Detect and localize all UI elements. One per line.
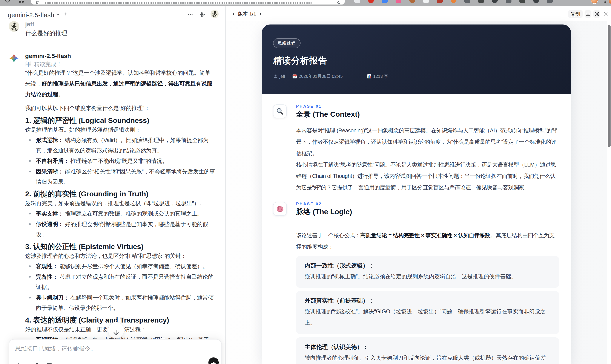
chat-input-toolbar	[15, 361, 58, 364]
assistant-paragraph: “什么是好的推理？”这是一个涉及逻辑学、认知科学和哲学核心的问题。简单来说，好的…	[25, 67, 215, 100]
extension-icon[interactable]	[437, 0, 443, 3]
close-panel-icon[interactable]	[602, 10, 609, 18]
dimension-card: 主体伦理（认识美德）：转向推理者的心理特征。引入奥卡姆剃刀和反向论证，旨在克服人…	[296, 337, 559, 364]
assistant-list: 事实支撑： 推理建立在可靠的数据、准确的观测或公认的真理之上。假设透明： 好的推…	[25, 208, 215, 240]
card-title: 外部真实性（前提基础）：	[305, 297, 551, 304]
browser-corner-avatar[interactable]	[609, 0, 611, 4]
conversation-title[interactable]: gemini-2.5-flash	[8, 11, 54, 19]
assistant-heading: 2. 前提的真实性 (Grounding in Truth)	[25, 189, 215, 198]
chevron-down-icon[interactable]	[56, 13, 60, 16]
extension-icon[interactable]	[547, 0, 553, 3]
extension-icon[interactable]	[464, 0, 470, 3]
assistant-list-item: 因果清晰： 能准确区分“相关性”和“因果关系”，不会轻率地将先后发生的事情归为因…	[25, 166, 215, 187]
chat-header: gemini-2.5-flash	[0, 6, 225, 23]
artifact-scrollbar[interactable]	[607, 21, 611, 364]
page-icon	[36, 1, 40, 4]
report-meta: jeff 17 2026年01月08日 02:45 1213 字	[273, 74, 560, 79]
extension-icon[interactable]	[409, 0, 415, 3]
scrollbar-thumb[interactable]	[608, 25, 611, 147]
assistant-paragraph: 逻辑再完美，如果前提是错误的，推理也是垃圾（即“垃圾进，垃圾出”）。	[25, 198, 215, 209]
extension-icon[interactable]	[519, 0, 525, 3]
artifact-panel: 版本 1/1 复制 思维过程 精读分析报告	[226, 6, 611, 364]
attach-plus-icon[interactable]	[15, 362, 22, 364]
phase-title: 脉络 (The Logic)	[296, 207, 559, 216]
phase-section: PHASE 01全景 (The Context)本内容是对“推理 (Reason…	[273, 104, 560, 193]
assistant-name: gemini-2.5-flash	[25, 52, 222, 60]
chat-settings-icon[interactable]	[200, 12, 205, 17]
browser-address-bar[interactable]	[31, 0, 345, 4]
extension-icon[interactable]	[382, 0, 388, 3]
scroll-to-bottom-button[interactable]	[108, 322, 124, 338]
assistant-list-item: 事实支撑： 推理建立在可靠的数据、准确的观测或公认的真理之上。	[25, 208, 215, 219]
person-icon	[273, 74, 278, 79]
extension-icon[interactable]	[533, 0, 539, 3]
browser-menu-icon[interactable]	[603, 0, 607, 3]
bookmark-star-icon[interactable]	[337, 1, 341, 5]
report-badge: 思维过程	[273, 38, 301, 48]
extension-icon[interactable]	[396, 0, 401, 3]
phase-paragraph: 该论述基于一个核心公式：高质量结论 = 结构完整性 × 事实准确性 × 认知自律…	[296, 230, 559, 252]
browser-chrome	[0, 0, 611, 6]
download-button[interactable]	[584, 10, 591, 18]
assistant-list-item: 不自相矛盾： 推理链条中不能出现“既是又非”的情况。	[25, 156, 215, 166]
extension-icon[interactable]	[368, 0, 374, 3]
assistant-message: gemini-2.5-flash 精读完成！ “什么是好的推理？”这是一个涉及逻…	[3, 52, 222, 355]
extension-icon[interactable]	[478, 0, 484, 3]
new-topic-button[interactable]	[64, 12, 67, 16]
phase-main: PHASE 02脉络 (The Logic)该论述基于一个核心公式：高质量结论 …	[296, 201, 559, 364]
phase-cards: 内部一致性（形式逻辑）：强调推理的“机械正确”。结论必须在给定的规则系统内逻辑自…	[296, 256, 559, 364]
assistant-list-item: 形式逻辑： 结构必须有效（Valid）。比如演绎推理中，如果前提全部为真，那么通…	[25, 135, 215, 156]
version-next-icon[interactable]	[259, 12, 262, 16]
user-message-author: jeff	[25, 21, 222, 28]
extension-icon[interactable]	[451, 0, 456, 3]
card-body: 转向推理者的心理特征。引入奥卡姆剃刀和反向论证，旨在克服人类（或机器）天然存在的…	[305, 352, 551, 364]
voice-input-button[interactable]	[208, 357, 219, 364]
book-icon	[25, 61, 32, 67]
toolbar-divider	[28, 362, 28, 364]
assistant-status: 精读完成！	[25, 61, 222, 68]
version-nav: 版本 1/1	[232, 10, 262, 18]
extension-icon[interactable]	[506, 0, 511, 3]
dimension-card: 内部一致性（形式逻辑）：强调推理的“机械正确”。结论必须在给定的规则系统内逻辑自…	[296, 256, 559, 288]
phase-lead: 该论述基于一个核心公式：高质量结论 = 结构完整性 × 事实准确性 × 认知自律…	[296, 230, 559, 252]
extension-icon[interactable]	[492, 0, 498, 3]
phase-title: 全景 (The Context)	[296, 109, 559, 119]
phase-paragraph: 本内容是对“推理 (Reasoning)”这一抽象概念的高层建模。在知识爆炸与人…	[296, 125, 559, 159]
version-prev-icon[interactable]	[232, 12, 235, 16]
skills-icon[interactable]	[33, 362, 41, 364]
user-avatar[interactable]	[211, 10, 219, 18]
browser-tabgroups-icon[interactable]	[18, 0, 25, 3]
card-body: 强调推理的“机械正确”。结论必须在给定的规则系统内逻辑自洽，这是推理的硬件基础。	[305, 271, 551, 282]
extension-icon[interactable]	[423, 0, 429, 3]
report-author: jeff	[273, 74, 285, 79]
svg-text:17: 17	[294, 76, 296, 78]
address-url-text	[45, 2, 312, 4]
phase-kicker: PHASE 01	[296, 104, 559, 109]
phase-kicker: PHASE 02	[296, 201, 559, 206]
chat-panel: gemini-2.5-flash jeff 什么是好的推理	[0, 6, 226, 364]
report-body: PHASE 01全景 (The Context)本内容是对“推理 (Reason…	[262, 94, 571, 364]
chat-input-box[interactable]: 思维接口已就绪，请传输指令。	[9, 339, 222, 364]
card-body: 强调推理的“经验校准”。解决“GIGO（垃圾进，垃圾出）”问题，确保推理引擎运行…	[305, 306, 551, 328]
browser-profile-avatar[interactable]	[591, 0, 598, 4]
extension-icon[interactable]	[354, 0, 360, 3]
calendar-icon: 17	[292, 74, 297, 79]
assistant-heading: 3. 认知的公正性 (Epistemic Virtues)	[25, 242, 215, 251]
assistant-paragraph: 这涉及推理者的心态和方法论，也是区分“杠精”和“思想家”的关键：	[25, 250, 215, 261]
artifact-actions: 复制	[568, 10, 609, 18]
user-message: jeff 什么是好的推理	[3, 21, 222, 38]
phase-main: PHASE 01全景 (The Context)本内容是对“推理 (Reason…	[296, 104, 559, 193]
fullscreen-button[interactable]	[593, 10, 600, 18]
bookmark-icon[interactable]	[46, 362, 53, 364]
browser-reload-icon[interactable]	[4, 0, 11, 3]
bar-chart-icon	[367, 74, 372, 79]
assistant-markdown: “什么是好的推理？”这是一个涉及逻辑学、认知科学和哲学核心的问题。简单来说，好的…	[25, 67, 215, 355]
user-message-avatar[interactable]	[9, 21, 19, 32]
card-title: 内部一致性（形式逻辑）：	[305, 262, 551, 269]
copy-button[interactable]: 复制	[568, 10, 583, 18]
dimension-card: 外部真实性（前提基础）：强调推理的“经验校准”。解决“GIGO（垃圾进，垃圾出）…	[296, 291, 559, 334]
more-options-icon[interactable]	[187, 13, 193, 15]
assistant-list: 客观性： 能够识别并尽量排除个人偏见（如幸存者偏差、确认偏差）。完备性： 考虑了…	[25, 261, 215, 313]
report-date: 17 2026年01月08日 02:45	[292, 74, 343, 79]
report-sheet: 思维过程 精读分析报告 jeff 17 2026年01月08日 02:45	[262, 25, 571, 364]
